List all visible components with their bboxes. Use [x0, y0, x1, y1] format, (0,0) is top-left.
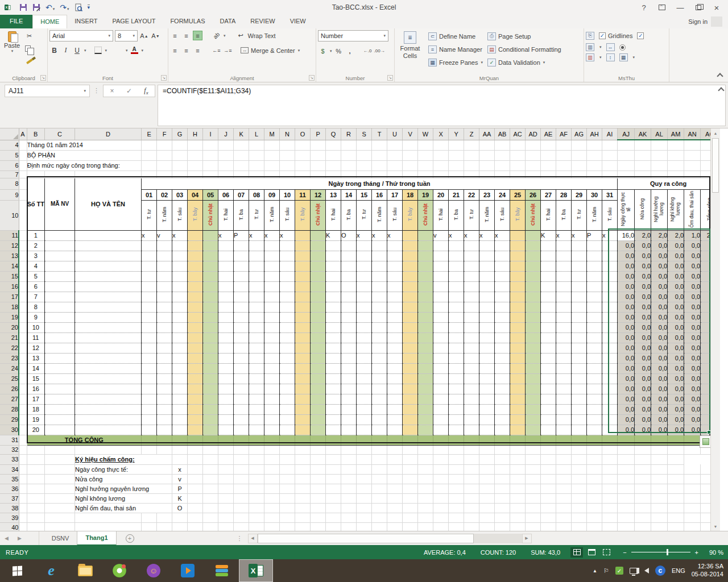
cell[interactable] — [587, 140, 602, 150]
mark-cell[interactable] — [541, 322, 556, 332]
cell[interactable] — [495, 503, 510, 513]
mark-cell[interactable] — [541, 394, 556, 404]
mark-cell[interactable] — [387, 353, 403, 363]
cell[interactable] — [45, 503, 75, 513]
total-cell[interactable] — [587, 435, 602, 445]
mark-cell[interactable] — [433, 425, 449, 435]
mark-cell[interactable] — [188, 271, 203, 281]
mark-cell[interactable] — [234, 251, 249, 261]
summary-cell[interactable]: 0,0 — [684, 302, 701, 312]
mark-cell[interactable] — [449, 251, 464, 261]
day-number[interactable]: 17 — [387, 189, 403, 200]
mark-cell[interactable] — [556, 414, 572, 425]
manv-cell[interactable] — [45, 414, 75, 425]
cell[interactable] — [479, 445, 495, 454]
cell[interactable] — [157, 160, 172, 171]
summary-cell[interactable]: 0,0 — [668, 271, 684, 281]
summary-cell[interactable]: 0,0 — [668, 261, 684, 271]
mark-cell[interactable] — [357, 373, 372, 384]
mark-cell[interactable] — [234, 281, 249, 292]
mark-cell[interactable] — [464, 312, 479, 322]
cell[interactable] — [556, 522, 572, 531]
mark-cell[interactable] — [249, 281, 264, 292]
cell[interactable] — [295, 522, 311, 531]
mark-cell[interactable] — [218, 394, 234, 404]
mark-cell[interactable] — [234, 271, 249, 281]
mark-cell[interactable] — [449, 353, 464, 363]
cell[interactable] — [668, 474, 684, 484]
cell[interactable] — [541, 171, 556, 178]
cell[interactable] — [449, 513, 464, 522]
stt-cell[interactable]: 18 — [27, 404, 45, 414]
summary-cell[interactable]: 0,0 — [668, 302, 684, 312]
mark-cell[interactable] — [433, 414, 449, 425]
cell[interactable] — [387, 474, 403, 484]
cell[interactable] — [479, 454, 495, 464]
mark-cell[interactable] — [295, 230, 311, 240]
mark-cell[interactable] — [541, 425, 556, 435]
day-number[interactable]: 20 — [433, 189, 449, 200]
total-cell[interactable] — [651, 435, 668, 445]
mark-cell[interactable] — [587, 425, 602, 435]
total-cell[interactable] — [372, 435, 387, 445]
cell[interactable] — [326, 150, 341, 160]
mark-cell[interactable] — [479, 332, 495, 343]
col-header-AF[interactable]: AF — [556, 128, 572, 140]
mark-cell[interactable] — [541, 414, 556, 425]
row-header-8[interactable]: 8 — [0, 178, 19, 189]
mark-cell[interactable] — [464, 251, 479, 261]
day-of-week[interactable]: T. bảy — [403, 200, 418, 230]
increase-decimal-button[interactable]: ←.0 — [363, 46, 373, 56]
cell[interactable] — [495, 454, 510, 464]
summary-cell[interactable]: 0,0 — [684, 363, 701, 373]
day-number[interactable]: 31 — [602, 189, 618, 200]
day-of-week[interactable]: Chủ nhật — [526, 200, 541, 230]
stt-cell[interactable]: 2 — [27, 240, 45, 251]
mark-cell[interactable] — [203, 230, 218, 240]
mark-cell[interactable] — [587, 363, 602, 373]
mark-cell[interactable] — [556, 404, 572, 414]
mark-cell[interactable] — [387, 322, 403, 332]
cell[interactable] — [495, 493, 510, 503]
mark-cell[interactable] — [326, 251, 341, 261]
cell[interactable] — [541, 140, 556, 150]
mark-cell[interactable] — [357, 332, 372, 343]
mark-cell[interactable] — [587, 312, 602, 322]
mark-cell[interactable] — [510, 230, 526, 240]
mark-cell[interactable] — [326, 404, 341, 414]
cell[interactable] — [295, 464, 311, 474]
mark-cell[interactable] — [218, 384, 234, 394]
mark-cell[interactable] — [495, 302, 510, 312]
mark-cell[interactable] — [357, 425, 372, 435]
cell[interactable] — [372, 160, 387, 171]
cell[interactable] — [572, 464, 587, 474]
cell[interactable] — [433, 140, 449, 150]
mark-cell[interactable] — [157, 281, 172, 292]
cell[interactable] — [357, 513, 372, 522]
cell[interactable] — [403, 522, 418, 531]
total-cell[interactable] — [234, 435, 249, 445]
mark-cell[interactable] — [541, 271, 556, 281]
cell[interactable] — [264, 140, 280, 150]
mark-cell[interactable] — [495, 281, 510, 292]
mark-cell[interactable] — [295, 261, 311, 271]
mark-cell[interactable] — [464, 414, 479, 425]
cell[interactable] — [203, 454, 218, 464]
cell[interactable] — [311, 503, 326, 513]
mark-cell[interactable] — [203, 281, 218, 292]
headings-checkbox[interactable]: ✓ — [637, 32, 644, 39]
mark-cell[interactable] — [280, 281, 295, 292]
cell[interactable] — [526, 445, 541, 454]
cell[interactable] — [495, 160, 510, 171]
mark-cell[interactable] — [602, 251, 618, 261]
mark-cell[interactable] — [188, 332, 203, 343]
mark-cell[interactable] — [479, 251, 495, 261]
cell[interactable] — [618, 140, 635, 150]
mark-cell[interactable] — [572, 281, 587, 292]
manv-cell[interactable] — [45, 332, 75, 343]
mark-cell[interactable] — [218, 322, 234, 332]
summary-cell[interactable]: 0,0 — [651, 271, 668, 281]
cell[interactable] — [556, 493, 572, 503]
cell[interactable] — [587, 493, 602, 503]
mark-cell[interactable] — [572, 363, 587, 373]
